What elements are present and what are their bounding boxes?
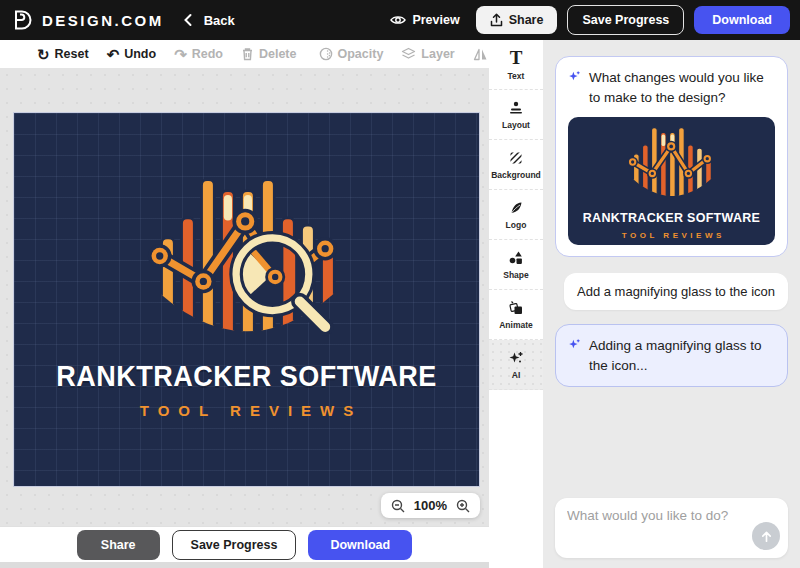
thumbnail-subtitle-text: TOOL REVIEWS xyxy=(618,230,725,242)
workspace: RANKTRACKER SOFTWARE TOOL REVIEWS 100% xyxy=(0,68,489,526)
share-label: Share xyxy=(509,13,544,27)
footer-download-label: Download xyxy=(330,538,390,552)
download-label: Download xyxy=(712,13,772,27)
preview-label: Preview xyxy=(412,13,459,27)
sidebar-item-label: Logo xyxy=(506,220,527,230)
upload-icon xyxy=(490,13,503,27)
brand-name: DESIGN.COM xyxy=(42,12,164,29)
thumbnail-title-text: RANKTRACKER SOFTWARE xyxy=(583,209,761,227)
sidebar-item-shape[interactable]: Shape xyxy=(489,240,543,290)
reset-button[interactable]: ↻ Reset xyxy=(30,47,96,62)
layer-label: Layer xyxy=(421,47,454,61)
footer-download-button[interactable]: Download xyxy=(308,530,412,560)
sidebar-item-label: Text xyxy=(508,71,525,81)
user-message: Add a magnifying glass to the icon xyxy=(564,273,788,310)
logo-title-text[interactable]: RANKTRACKER SOFTWARE xyxy=(56,360,437,393)
eye-icon xyxy=(390,14,406,26)
shape-icon xyxy=(508,250,524,266)
sidebar-item-label: Layout xyxy=(502,120,530,130)
logo-mark[interactable] xyxy=(147,165,347,347)
opacity-button[interactable]: Opacity xyxy=(312,47,391,61)
canvas-footer: Share Save Progress Download xyxy=(0,526,489,562)
sidebar-item-ai[interactable]: AI xyxy=(489,340,543,390)
layer-icon xyxy=(401,47,416,61)
tool-sidebar: T Text Layout xyxy=(489,40,543,568)
chat-input[interactable] xyxy=(567,508,776,532)
undo-label: Undo xyxy=(124,47,156,61)
animate-icon xyxy=(508,300,524,316)
layer-button[interactable]: Layer xyxy=(394,47,461,61)
preview-button[interactable]: Preview xyxy=(390,13,459,27)
sidebar-item-animate[interactable]: Animate xyxy=(489,290,543,340)
flip-icon xyxy=(473,48,488,61)
download-button[interactable]: Download xyxy=(694,6,790,34)
zoom-out-icon[interactable] xyxy=(391,499,405,513)
text-icon: T xyxy=(510,48,523,67)
logo-subtitle-text[interactable]: TOOL REVIEWS xyxy=(131,402,362,419)
delete-label: Delete xyxy=(259,47,297,61)
sidebar-item-layout[interactable]: Layout xyxy=(489,90,543,140)
layout-icon xyxy=(508,100,524,116)
design-com-logo-icon xyxy=(12,9,34,31)
sidebar-item-label: AI xyxy=(512,370,521,380)
delete-button[interactable]: Delete xyxy=(234,47,304,61)
share-button[interactable]: Share xyxy=(476,6,558,34)
zoom-level: 100% xyxy=(414,498,447,513)
editor-column: ↻ Reset ↶ Undo ↷ Redo Delete xyxy=(0,40,489,568)
sidebar-item-label: Animate xyxy=(499,320,533,330)
assistant-message-2: Adding a magnifying glass to the icon... xyxy=(555,324,788,387)
zoom-control: 100% xyxy=(381,493,480,518)
chevron-left-icon xyxy=(182,13,194,27)
sparkle-icon xyxy=(568,338,581,351)
thumbnail-logo-mark xyxy=(626,121,718,203)
sidebar-item-background[interactable]: Background xyxy=(489,140,543,190)
redo-icon: ↷ xyxy=(174,47,187,62)
ai-chat-panel: What changes would you like to make to t… xyxy=(543,40,800,568)
assistant-message-2-text: Adding a magnifying glass to the icon... xyxy=(589,336,775,375)
sidebar-item-text[interactable]: T Text xyxy=(489,40,543,90)
opacity-icon xyxy=(319,47,333,61)
edit-toolbar: ↻ Reset ↶ Undo ↷ Redo Delete xyxy=(0,40,489,68)
top-bar: DESIGN.COM Back Preview xyxy=(0,0,800,40)
assistant-message-1-text: What changes would you like to make to t… xyxy=(589,68,775,107)
redo-button[interactable]: ↷ Redo xyxy=(167,47,230,62)
footer-share-label: Share xyxy=(101,538,136,552)
undo-button[interactable]: ↶ Undo xyxy=(100,47,164,62)
zoom-in-icon[interactable] xyxy=(456,499,470,513)
design-thumbnail[interactable]: RANKTRACKER SOFTWARE TOOL REVIEWS xyxy=(568,117,775,245)
footer-save-label: Save Progress xyxy=(191,538,278,552)
footer-share-button[interactable]: Share xyxy=(77,530,160,560)
design-canvas[interactable]: RANKTRACKER SOFTWARE TOOL REVIEWS xyxy=(13,112,480,487)
sidebar-item-logo[interactable]: Logo xyxy=(489,190,543,240)
save-progress-label: Save Progress xyxy=(582,13,669,27)
undo-icon: ↶ xyxy=(107,47,120,62)
save-progress-button[interactable]: Save Progress xyxy=(567,5,684,35)
sidebar-item-label: Shape xyxy=(503,270,529,280)
send-button[interactable] xyxy=(752,522,780,550)
opacity-label: Opacity xyxy=(338,47,384,61)
reset-label: Reset xyxy=(55,47,89,61)
chat-input-container xyxy=(555,498,788,558)
brand[interactable]: DESIGN.COM xyxy=(12,9,164,31)
back-label: Back xyxy=(204,13,235,28)
background-icon xyxy=(508,150,524,166)
reset-icon: ↻ xyxy=(37,47,50,62)
trash-icon xyxy=(241,47,254,61)
back-nav[interactable]: Back xyxy=(182,13,235,28)
bottom-strip xyxy=(0,562,489,568)
logo-icon xyxy=(508,200,524,216)
arrow-up-icon xyxy=(760,530,773,543)
footer-save-progress-button[interactable]: Save Progress xyxy=(172,530,297,560)
redo-label: Redo xyxy=(192,47,223,61)
assistant-message-1: What changes would you like to make to t… xyxy=(555,56,788,257)
sparkle-icon xyxy=(568,70,581,83)
user-message-text: Add a magnifying glass to the icon xyxy=(577,284,775,299)
ai-sparkle-icon xyxy=(508,350,524,366)
sidebar-item-label: Background xyxy=(491,170,541,180)
